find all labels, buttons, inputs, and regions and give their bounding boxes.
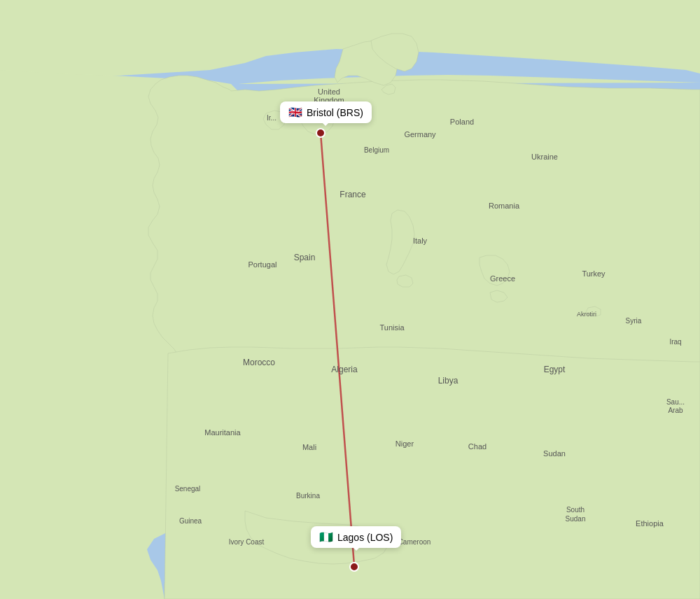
label-ivory-coast: Ivory Coast [229,538,265,546]
label-senegal: Senegal [175,485,201,493]
map-svg: United Kingdom Ir... Belgium Germany Pol… [0,0,700,599]
map-container: United Kingdom Ir... Belgium Germany Pol… [0,0,700,599]
label-saudi2: Arab [668,407,683,414]
label-uk: United [318,87,340,96]
label-ethiopia: Ethiopia [636,519,664,528]
label-mauritania: Mauritania [204,428,241,437]
label-greece: Greece [490,274,515,283]
label-romania: Romania [489,202,520,210]
label-cameroon: Cameroon [398,538,431,546]
label-burkina: Burkina [296,492,320,500]
label-akrotiri: Akrotiri [577,311,596,318]
label-mali: Mali [302,443,316,451]
label-france: France [340,190,366,199]
label-morocco: Morocco [243,358,275,367]
label-niger: Niger [396,439,414,448]
lagos-dot [350,563,358,571]
label-iraq: Iraq [669,338,681,346]
label-germany: Germany [404,130,436,139]
label-algeria: Algeria [331,365,358,374]
label-egypt: Egypt [544,365,566,374]
label-poland: Poland [450,118,474,126]
label-ukraine: Ukraine [531,153,558,161]
bristol-dot [316,129,325,137]
label-sudan: Sudan [543,449,566,458]
label-turkey: Turkey [582,269,606,278]
label-italy: Italy [413,237,428,245]
label-chad: Chad [468,442,486,451]
label-guinea: Guinea [179,517,202,525]
label-ireland: Ir... [267,114,276,122]
label-south-sudan2: Sudan [566,515,586,523]
label-saudi1: Sau... [666,398,685,406]
label-libya: Libya [438,376,458,386]
label-south-sudan: South [566,506,584,514]
label-spain: Spain [294,253,316,262]
label-syria: Syria [626,317,642,325]
label-belgium: Belgium [364,146,389,154]
label-portugal: Portugal [248,260,277,269]
label-uk2: Kingdom [314,96,344,104]
label-tunisia: Tunisia [379,323,405,332]
